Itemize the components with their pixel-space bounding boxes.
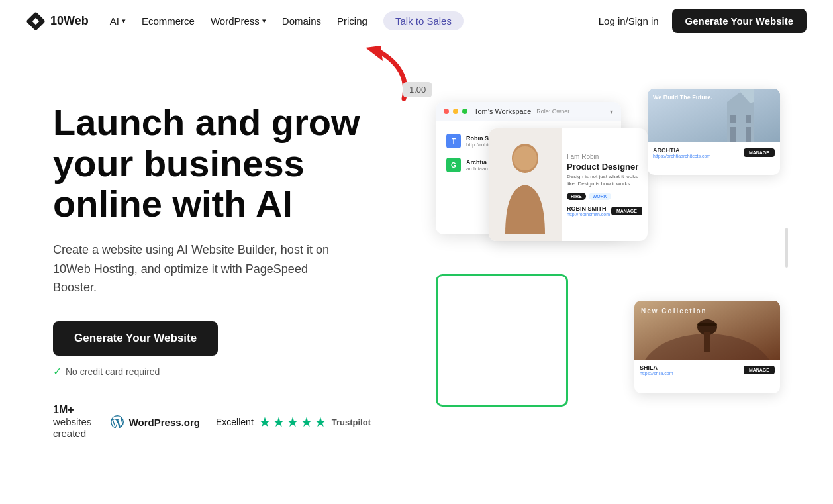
workspace-role: Role: Owner (536, 108, 569, 115)
archtia-name: ARCHTIA (653, 147, 710, 154)
chevron-down-icon: ▾ (122, 17, 126, 25)
version-badge: 1.00 (403, 82, 432, 97)
nav-pricing[interactable]: Pricing (337, 15, 368, 26)
archtia-image: We Build The Future. (648, 89, 780, 142)
svg-point-4 (513, 146, 537, 170)
svg-rect-15 (697, 323, 717, 326)
archtia-info: ARCHTIA https://archtiaarchitects.com MA… (648, 142, 780, 162)
hero-title: Launch and grow your business online wit… (53, 102, 371, 225)
nav-wordpress[interactable]: WordPress ▾ (211, 15, 266, 26)
hero-mockup: 1.00 Tom's Workspace Role: Owner ▾ T Rob… (396, 89, 780, 407)
svg-rect-8 (730, 115, 736, 123)
stat-label: websites created (53, 416, 91, 439)
archtia-card: We Build The Future. ARCHTIA https://arc… (648, 89, 780, 175)
scrollbar[interactable] (785, 228, 788, 268)
star-4: ★ (301, 414, 313, 430)
hero-subtitle: Create a website using AI Website Builde… (53, 240, 331, 297)
shila-info: SHILA https://shila.com MANAGE (634, 360, 780, 379)
profile-image-area (489, 128, 562, 241)
wordpress-badge: WordPress.org (109, 414, 200, 430)
shila-name: SHILA (640, 364, 673, 371)
profile-card: I am Robin Product Designer Design is no… (489, 128, 648, 241)
star-1: ★ (259, 414, 271, 430)
archtia-url: https://archtiaarchitects.com (653, 154, 710, 158)
profile-tag-dark: HIRE (567, 193, 586, 200)
logo[interactable]: 10Web (26, 12, 89, 30)
window-dot-green (462, 109, 467, 114)
signin-link[interactable]: Log in/Sign in (599, 15, 659, 26)
nav-links: AI ▾ Ecommerce WordPress ▾ Domains Prici… (110, 11, 464, 30)
star-5: ★ (315, 414, 326, 430)
profile-description: Design is not just what it looks like. D… (567, 173, 642, 187)
svg-rect-10 (730, 127, 736, 142)
star-rating: ★ ★ ★ ★ ★ (259, 414, 326, 430)
checkmark-icon: ✓ (53, 365, 62, 378)
site-avatar-g: G (446, 158, 461, 172)
chevron-icon: ▾ (610, 108, 613, 115)
window-dot-red (444, 109, 449, 114)
profile-tagline: I am Robin (567, 153, 642, 160)
window-dot-yellow (453, 109, 458, 114)
svg-rect-11 (746, 127, 751, 142)
nav-left: 10Web AI ▾ Ecommerce WordPress ▾ Domains… (26, 11, 464, 30)
wordpress-icon (109, 414, 125, 430)
trustpilot-badge: Excellent ★ ★ ★ ★ ★ Trustpilot (216, 414, 371, 430)
trustpilot-excellent-label: Excellent (216, 417, 254, 427)
star-3: ★ (287, 414, 299, 430)
trustpilot-name: Trustpilot (332, 417, 371, 427)
websites-stat: 1M+ websites created (53, 404, 93, 440)
green-placeholder-box (436, 274, 568, 407)
profile-card-inner: I am Robin Product Designer Design is no… (489, 128, 648, 241)
hero-footer: 1M+ websites created WordPress.org Excel… (53, 404, 371, 440)
shila-overlay-text: New Collection (641, 307, 707, 315)
nav-ecommerce[interactable]: Ecommerce (142, 15, 195, 26)
svg-rect-9 (746, 115, 751, 123)
navbar: 10Web AI ▾ Ecommerce WordPress ▾ Domains… (0, 0, 833, 42)
shila-card: New Collection SHILA https://shila.com M… (634, 301, 780, 393)
archtia-manage-button[interactable]: MANAGE (744, 148, 775, 157)
profile-tags: HIRE WORK (567, 193, 642, 200)
shila-manage-button[interactable]: MANAGE (744, 366, 775, 374)
talk-to-sales-button[interactable]: Talk to Sales (383, 11, 464, 30)
nav-right: Log in/Sign in Generate Your Website (599, 9, 807, 33)
nav-ai[interactable]: AI ▾ (110, 15, 126, 26)
profile-tag-light: WORK (589, 193, 611, 200)
archtia-footer: ARCHTIA https://archtiaarchitects.com MA… (653, 147, 775, 158)
profile-website-url: http://robinsmith.com (567, 212, 610, 217)
nav-domains[interactable]: Domains (282, 15, 321, 26)
chevron-down-icon-wp: ▾ (262, 17, 266, 25)
svg-rect-16 (704, 332, 710, 352)
profile-info-area: I am Robin Product Designer Design is no… (562, 128, 648, 241)
workspace-name: Tom's Workspace (474, 107, 531, 115)
archtia-tagline: We Build The Future. (653, 94, 712, 101)
shila-image: New Collection (634, 301, 780, 360)
profile-person-svg (495, 135, 555, 234)
profile-full-name: ROBIN SMITH (567, 205, 610, 212)
generate-website-hero-button[interactable]: Generate Your Website (53, 321, 218, 356)
shila-url: https://shila.com (640, 371, 673, 376)
no-credit-note: ✓ No credit card required (53, 365, 371, 378)
site-avatar-t: T (446, 134, 461, 148)
logo-text: 10Web (50, 14, 89, 28)
profile-manage-button[interactable]: MANAGE (611, 207, 642, 215)
dashboard-card-header: Tom's Workspace Role: Owner ▾ (436, 102, 621, 121)
logo-icon (26, 12, 45, 30)
profile-role-title: Product Designer (567, 162, 642, 172)
hero-section: Launch and grow your business online wit… (0, 42, 833, 466)
generate-website-nav-button[interactable]: Generate Your Website (672, 9, 807, 33)
star-2: ★ (273, 414, 285, 430)
hero-left: Launch and grow your business online wit… (53, 82, 371, 440)
